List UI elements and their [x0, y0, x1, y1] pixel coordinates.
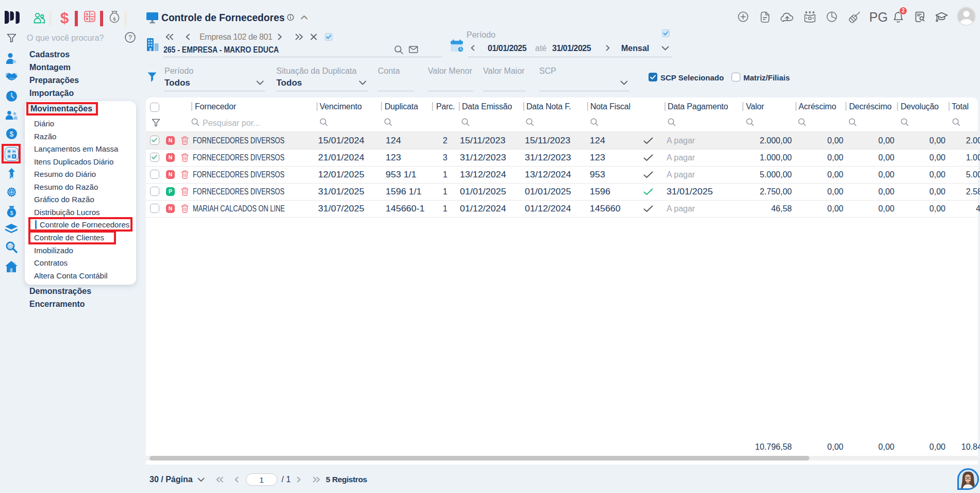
svg-text:$: $ [10, 210, 13, 216]
svg-text:$: $ [10, 130, 14, 138]
svg-text:$: $ [60, 10, 69, 26]
svg-text:?: ? [128, 34, 132, 41]
svg-text:$: $ [113, 16, 116, 22]
